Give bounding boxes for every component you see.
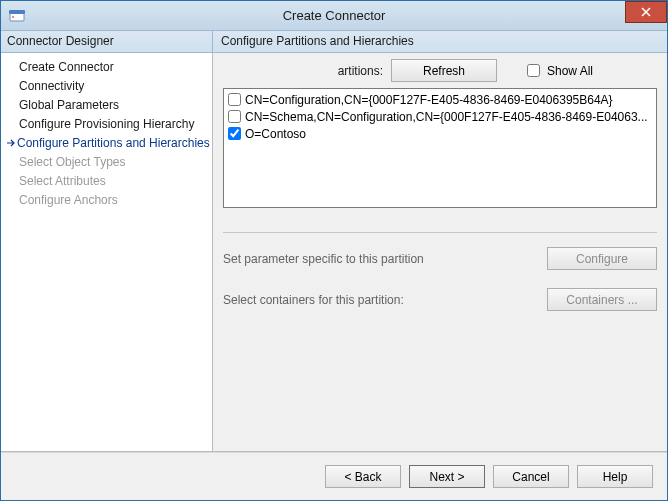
window: Create Connector Connector Designer Conf… [0,0,668,501]
nav-label: Global Parameters [19,98,119,112]
sidebar-header: Connector Designer [1,31,213,53]
list-item-checkbox[interactable] [228,93,241,106]
footer: < Back Next > Cancel Help [1,452,667,500]
nav-select-attributes: Select Attributes [1,171,212,190]
cancel-button[interactable]: Cancel [493,465,569,488]
lower-section: Set parameter specific to this partition… [223,232,657,311]
app-icon [1,1,33,31]
containers-button: Containers ... [547,288,657,311]
nav-label: Create Connector [19,60,114,74]
body: Create Connector Connectivity Global Par… [1,53,667,452]
containers-text: Select containers for this partition: [223,293,535,307]
list-item[interactable]: O=Contoso [226,125,654,142]
list-item-label: O=Contoso [245,127,306,141]
refresh-button[interactable]: Refresh [391,59,497,82]
list-item[interactable]: CN=Configuration,CN={000F127F-E405-4836-… [226,91,654,108]
titlebar: Create Connector [1,1,667,31]
list-item-checkbox[interactable] [228,110,241,123]
list-item-label: CN=Configuration,CN={000F127F-E405-4836-… [245,93,613,107]
main-header: Configure Partitions and Hierarchies [213,31,667,53]
list-item-label: CN=Schema,CN=Configuration,CN={000F127F-… [245,110,648,124]
list-item[interactable]: CN=Schema,CN=Configuration,CN={000F127F-… [226,108,654,125]
nav-label: Select Attributes [19,174,106,188]
param-text: Set parameter specific to this partition [223,252,535,266]
top-controls: artitions: Refresh Show All [223,59,657,82]
main-pane: artitions: Refresh Show All CN=Configura… [213,53,667,452]
show-all-checkbox-wrap[interactable]: Show All [523,61,593,80]
nav-select-object-types: Select Object Types [1,152,212,171]
nav-configure-provisioning-hierarchy[interactable]: Configure Provisioning Hierarchy [1,114,212,133]
nav-create-connector[interactable]: Create Connector [1,57,212,76]
show-all-checkbox[interactable] [527,64,540,77]
window-title: Create Connector [1,8,667,23]
svg-point-2 [12,16,14,18]
show-all-label: Show All [547,64,593,78]
nav-configure-anchors: Configure Anchors [1,190,212,209]
nav-connectivity[interactable]: Connectivity [1,76,212,95]
help-button[interactable]: Help [577,465,653,488]
current-step-arrow-icon [5,138,17,148]
close-icon [641,7,651,17]
sidebar: Create Connector Connectivity Global Par… [1,53,213,452]
back-button[interactable]: < Back [325,465,401,488]
partitions-label: artitions: [333,64,383,78]
close-button[interactable] [625,1,667,23]
configure-button: Configure [547,247,657,270]
partitions-listbox[interactable]: CN=Configuration,CN={000F127F-E405-4836-… [223,88,657,208]
next-button[interactable]: Next > [409,465,485,488]
nav-label: Select Object Types [19,155,126,169]
section-headers: Connector Designer Configure Partitions … [1,31,667,53]
nav-global-parameters[interactable]: Global Parameters [1,95,212,114]
svg-rect-1 [9,10,25,14]
nav-configure-partitions-hierarchies[interactable]: Configure Partitions and Hierarchies [1,133,212,152]
nav-label: Configure Provisioning Hierarchy [19,117,194,131]
client-area: Connector Designer Configure Partitions … [1,31,667,500]
nav-label: Connectivity [19,79,84,93]
nav-label: Configure Partitions and Hierarchies [17,136,210,150]
list-item-checkbox[interactable] [228,127,241,140]
nav-label: Configure Anchors [19,193,118,207]
